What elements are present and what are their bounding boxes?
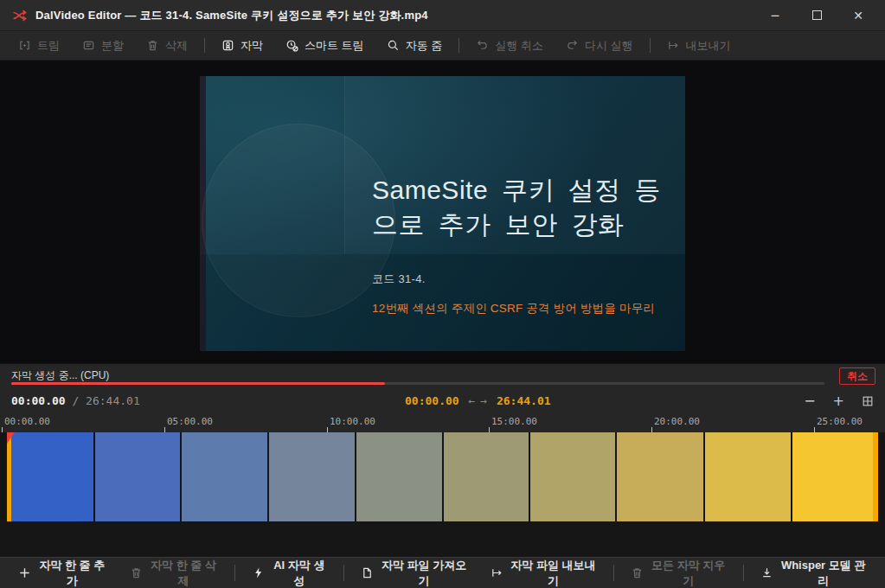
delete-label: 삭제 xyxy=(165,38,188,54)
playhead[interactable] xyxy=(7,432,11,521)
playhead-flag-icon xyxy=(7,432,15,444)
split-icon xyxy=(82,39,95,52)
slide-title-line1: SameSite 쿠키 설정 등 xyxy=(372,176,661,204)
redo-label: 다시 실행 xyxy=(585,38,633,54)
range-start: 00:00.00 xyxy=(405,394,459,407)
app-shuffle-icon xyxy=(12,10,27,22)
video-canvas[interactable]: SameSite 쿠키 설정 등 으로 추가 보안 강화 코드 31-4. 12… xyxy=(200,76,685,351)
whisper-model-label: Whisper 모델 관리 xyxy=(779,558,867,588)
add-subtitle-line-label: 자막 한 줄 추가 xyxy=(37,558,107,588)
progress-track xyxy=(11,382,824,385)
import-subtitle-file-button[interactable]: 자막 파일 가져오기 xyxy=(350,558,478,588)
redo-button[interactable]: 다시 실행 xyxy=(555,31,645,60)
smart-trim-label: 스마트 트림 xyxy=(305,38,364,54)
timeline-end-marker xyxy=(873,432,878,521)
cancel-button[interactable]: 취소 xyxy=(839,368,875,385)
total-time: 26:44.01 xyxy=(86,394,140,407)
ruler-label: 05:00.00 xyxy=(167,416,213,427)
subtitle-toolbar: 자막 한 줄 추가 자막 한 줄 삭제 AI 자막 생성 자막 파일 가져오기 … xyxy=(0,557,885,588)
ruler-label: 25:00.00 xyxy=(817,416,863,427)
main-toolbar: 트림 분할 삭제 자막 스마트 트림 자동 줌 실행 취소 xyxy=(0,31,885,61)
maximize-icon xyxy=(812,10,822,20)
lightning-icon xyxy=(252,566,265,579)
delete-subtitle-line-button[interactable]: 자막 한 줄 삭제 xyxy=(119,558,230,588)
title-bar: DalVideo Editor — 코드 31-4. SameSite 쿠키 설… xyxy=(0,0,885,31)
ruler-label: 15:00.00 xyxy=(491,416,537,427)
delete-subtitle-line-label: 자막 한 줄 삭제 xyxy=(149,558,219,588)
maximize-button[interactable] xyxy=(802,3,831,28)
trash-icon xyxy=(130,566,143,579)
undo-label: 실행 취소 xyxy=(495,38,543,54)
progress-fill xyxy=(11,382,385,385)
smart-trim-button[interactable]: 스마트 트림 xyxy=(274,31,375,60)
add-subtitle-line-button[interactable]: 자막 한 줄 추가 xyxy=(7,558,119,588)
lower-gap xyxy=(0,524,885,557)
time-separator: / xyxy=(66,394,86,407)
ruler-label: 00:00.00 xyxy=(4,416,50,427)
timeline-segment[interactable] xyxy=(444,432,529,521)
ai-subtitle-generate-label: AI 자막 생성 xyxy=(271,558,327,588)
export-subtitle-file-label: 자막 파일 내보내기 xyxy=(510,558,597,588)
range-end: 26:44.01 xyxy=(497,394,551,407)
subtitle-label: 자막 xyxy=(240,38,263,54)
window-title: DalVideo Editor — 코드 31-4. SameSite 쿠키 설… xyxy=(35,8,428,23)
timeline-track[interactable] xyxy=(0,432,885,524)
auto-zoom-label: 자동 줌 xyxy=(406,38,443,54)
timeline-ruler[interactable]: 00:00.0005:00.0010:00.0015:00.0020:00.00… xyxy=(0,414,885,433)
toolbar-separator xyxy=(650,38,651,53)
timeline-segment[interactable] xyxy=(705,432,791,521)
timeline-segment[interactable] xyxy=(530,432,615,521)
trash-icon xyxy=(146,39,159,52)
undo-icon xyxy=(476,39,489,52)
subtitle-button[interactable]: 자막 xyxy=(210,31,274,60)
timeline-segment[interactable] xyxy=(269,432,355,521)
grid-view-button[interactable] xyxy=(862,395,874,407)
video-preview-area: SameSite 쿠키 설정 등 으로 추가 보안 강화 코드 31-4. 12… xyxy=(0,61,885,363)
download-icon xyxy=(760,566,773,579)
export-subtitle-file-button[interactable]: 자막 파일 내보내기 xyxy=(479,558,608,588)
toolbar-separator xyxy=(204,38,205,53)
timeline-segment[interactable] xyxy=(617,432,703,521)
subtitle-badge-icon xyxy=(221,39,234,52)
ruler-label: 10:00.00 xyxy=(330,416,375,427)
timecode-row: 00:00.00 / 26:44.01 00:00.00 ←→ 26:44.01… xyxy=(0,388,885,414)
export-button[interactable]: 내보내기 xyxy=(656,31,742,60)
auto-zoom-button[interactable]: 자동 줌 xyxy=(375,31,454,60)
trim-button[interactable]: 트림 xyxy=(7,31,71,60)
close-button[interactable]: ✕ xyxy=(843,3,873,28)
delete-button[interactable]: 삭제 xyxy=(135,31,199,60)
split-button[interactable]: 분할 xyxy=(71,31,135,60)
timecode-display: 00:00.00 / 26:44.01 xyxy=(11,388,140,414)
timeline-segment[interactable] xyxy=(182,432,267,521)
zoom-out-button[interactable]: − xyxy=(804,394,815,408)
file-import-icon xyxy=(361,566,374,579)
split-label: 분할 xyxy=(101,38,124,54)
export-arrow-icon xyxy=(667,39,680,52)
window-controls: ─ ✕ xyxy=(760,3,873,28)
timeline-segment[interactable] xyxy=(95,432,180,521)
magnifier-icon xyxy=(387,39,400,52)
toolbar-separator xyxy=(234,565,235,581)
export-label: 내보내기 xyxy=(686,38,731,54)
whisper-model-button[interactable]: Whisper 모델 관리 xyxy=(749,558,878,588)
slide-title: SameSite 쿠키 설정 등 으로 추가 보안 강화 xyxy=(372,173,661,242)
ruler-label: 20:00.00 xyxy=(654,416,700,427)
minimize-button[interactable]: ─ xyxy=(760,3,790,28)
zoom-controls: − + xyxy=(804,388,874,414)
redo-icon xyxy=(566,39,579,52)
undo-button[interactable]: 실행 취소 xyxy=(465,31,555,60)
slide-title-line2: 으로 추가 보안 강화 xyxy=(372,210,625,239)
timeline-segment[interactable] xyxy=(11,432,93,521)
slide-code-label: 코드 31-4. xyxy=(372,272,426,287)
clear-all-subtitles-button[interactable]: 모든 자막 지우기 xyxy=(619,558,738,588)
grid-icon xyxy=(862,395,874,407)
arrow-right-icon: → xyxy=(478,394,490,407)
timeline-segment[interactable] xyxy=(792,432,873,521)
ai-subtitle-generate-button[interactable]: AI 자막 생성 xyxy=(240,558,338,588)
timeline-segment[interactable] xyxy=(356,432,442,521)
trash-icon xyxy=(631,566,644,579)
clear-all-subtitles-label: 모든 자막 지우기 xyxy=(650,558,727,588)
toolbar-separator xyxy=(343,565,344,581)
zoom-in-button[interactable]: + xyxy=(833,394,844,408)
toolbar-separator xyxy=(459,38,459,53)
